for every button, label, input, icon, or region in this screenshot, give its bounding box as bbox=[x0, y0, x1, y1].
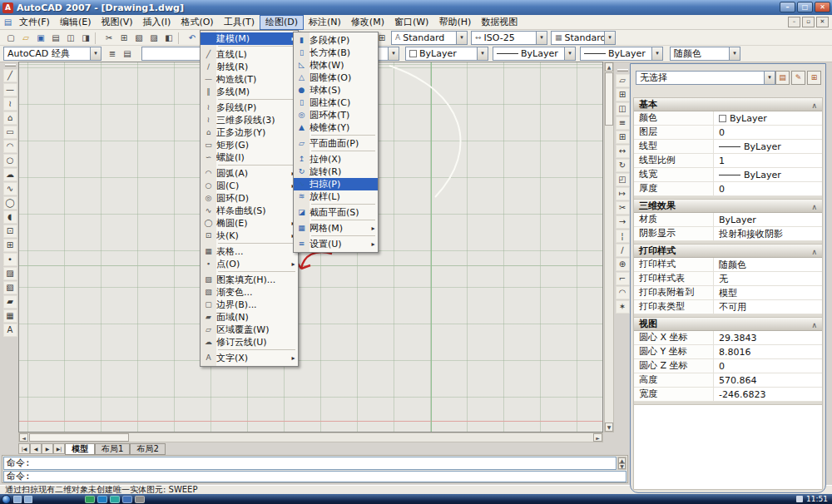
plotstyle-combo[interactable]: 随颜色 ▾ bbox=[670, 47, 740, 61]
extend-button[interactable]: → bbox=[616, 215, 630, 229]
modeling-menu-item[interactable]: ≋放样(L) bbox=[294, 190, 378, 203]
explode-button[interactable]: ✶ bbox=[616, 300, 630, 314]
palette-section-header[interactable]: 打印样式∧ bbox=[634, 245, 822, 258]
select-objects-button[interactable]: ⊞ bbox=[807, 71, 821, 85]
offset-button[interactable]: ≡ bbox=[616, 116, 630, 130]
taskbar-app-button[interactable] bbox=[85, 496, 95, 503]
dropdown-arrow-icon[interactable]: ▾ bbox=[729, 47, 740, 60]
tab-first-icon[interactable]: |◀ bbox=[18, 443, 30, 454]
array-button[interactable]: ⊞ bbox=[616, 131, 630, 144]
break-button[interactable]: ∕ bbox=[616, 244, 630, 257]
pline-button[interactable]: ≀ bbox=[3, 97, 17, 111]
toggle-value-button[interactable]: ▤ bbox=[775, 71, 790, 85]
draw-menu-item[interactable]: ╱直线(L) bbox=[201, 48, 298, 61]
draw-menu-item[interactable]: ∙点(O)▸ bbox=[201, 258, 298, 270]
stretch-button[interactable]: ↦ bbox=[616, 187, 630, 200]
menubar-item[interactable]: 视图(V) bbox=[96, 15, 137, 30]
make-block-button[interactable]: ⊞ bbox=[3, 239, 17, 252]
dropdown-arrow-icon[interactable]: ▾ bbox=[477, 47, 488, 60]
layout-tab[interactable]: 布局2 bbox=[130, 443, 165, 455]
property-value[interactable]: ByLayer bbox=[714, 213, 822, 226]
property-value[interactable]: 29.3843 bbox=[714, 331, 822, 344]
draw-menu-item[interactable]: ▧渐变色... bbox=[201, 286, 298, 299]
dropdown-arrow-icon[interactable]: ▾ bbox=[456, 32, 467, 44]
close-button[interactable]: ✕ bbox=[815, 2, 830, 12]
workspace-combo[interactable]: AutoCAD 经典 ▾ bbox=[3, 47, 102, 61]
join-button[interactable]: ⊕ bbox=[616, 258, 630, 271]
quick-launch-icon[interactable] bbox=[13, 496, 22, 503]
arc-button[interactable]: ◠ bbox=[3, 140, 17, 153]
toolbar-grip[interactable] bbox=[617, 69, 628, 72]
mirror-button[interactable]: ◫ bbox=[616, 102, 630, 116]
start-button[interactable] bbox=[2, 495, 11, 504]
dropdown-arrow-icon[interactable]: ▾ bbox=[564, 47, 575, 60]
lineweight-combo[interactable]: ByLayer ▾ bbox=[580, 47, 663, 61]
xline-button[interactable]: — bbox=[3, 83, 17, 96]
draw-menu-item[interactable]: ∕射线(R) bbox=[201, 61, 298, 73]
command-window[interactable]: 命令: ▲ ▼ 命令: bbox=[2, 455, 628, 483]
modeling-menu-item[interactable]: ∿扫掠(P) bbox=[294, 178, 378, 190]
property-value[interactable]: 投射和接收阴影 bbox=[714, 227, 822, 240]
layer-properties-button[interactable]: ≣ bbox=[105, 47, 120, 61]
rectangle-button[interactable]: ▭ bbox=[3, 126, 17, 139]
menubar-item[interactable]: 修改(M) bbox=[346, 15, 389, 30]
modeling-menu-item[interactable]: ▯圆柱体(C) bbox=[294, 96, 378, 109]
tab-prev-icon[interactable]: ◀ bbox=[30, 443, 42, 454]
mdi-restore-button[interactable]: ▫ bbox=[802, 17, 815, 27]
scrollbar-thumb[interactable] bbox=[605, 72, 613, 126]
taskbar-app-button[interactable] bbox=[122, 496, 132, 503]
menubar-item[interactable]: 格式(O) bbox=[176, 15, 218, 30]
move-button[interactable]: ↔ bbox=[616, 145, 630, 158]
toolbar-grip[interactable] bbox=[5, 64, 16, 67]
draw-menu-item[interactable]: ▰面域(N) bbox=[201, 311, 298, 324]
modeling-menu-item[interactable]: ◎圆环体(T) bbox=[294, 109, 378, 121]
open-button[interactable]: ▱ bbox=[18, 31, 33, 45]
draw-menu-item[interactable]: ∿样条曲线(S) bbox=[201, 205, 298, 217]
draw-menu-item[interactable]: ▦表格... bbox=[201, 245, 298, 258]
horizontal-scrollbar[interactable]: ◄ ► bbox=[18, 432, 603, 442]
property-value[interactable]: 随颜色 bbox=[714, 258, 822, 271]
scroll-down-icon[interactable]: ▼ bbox=[618, 463, 626, 469]
draw-menu-item[interactable]: 建模(M)▸ bbox=[201, 32, 298, 45]
layout-tab[interactable]: 布局1 bbox=[95, 443, 130, 455]
draw-menu-item[interactable]: —构造线(T) bbox=[201, 73, 298, 86]
property-value[interactable]: 0 bbox=[714, 182, 822, 195]
revcloud-button[interactable]: ☁ bbox=[3, 168, 17, 181]
menubar-item[interactable]: 编辑(E) bbox=[55, 15, 97, 30]
undo-button[interactable]: ↶ bbox=[185, 31, 200, 45]
property-value[interactable]: ByLayer bbox=[714, 140, 822, 153]
fillet-button[interactable]: ◠ bbox=[616, 286, 630, 299]
spline-button[interactable]: ∿ bbox=[3, 182, 17, 195]
maximize-button[interactable]: □ bbox=[797, 2, 813, 12]
property-value[interactable]: 8.8016 bbox=[714, 345, 822, 358]
save-button[interactable]: ▣ bbox=[33, 31, 48, 45]
menubar-item[interactable]: 窗口(W) bbox=[389, 15, 433, 30]
break-at-point-button[interactable]: ¦ bbox=[616, 230, 630, 243]
line-button[interactable]: ╱ bbox=[3, 69, 17, 82]
modeling-menu-item[interactable]: ◪截面平面(S) bbox=[294, 206, 378, 219]
circle-button[interactable]: ○ bbox=[3, 154, 17, 167]
scroll-down-icon[interactable]: ▼ bbox=[605, 422, 613, 432]
table-button[interactable]: ▦ bbox=[3, 309, 17, 323]
chamfer-button[interactable]: ⌐ bbox=[616, 272, 630, 285]
ellipse-arc-button[interactable]: ◖ bbox=[3, 210, 17, 224]
dim-style-combo[interactable]: ↔ ISO-25 ▾ bbox=[471, 31, 547, 45]
text-style-combo[interactable]: A Standard ▾ bbox=[391, 31, 468, 45]
modeling-menu-item[interactable]: ↻旋转(R) bbox=[294, 166, 378, 178]
menubar-item[interactable]: 绘图(D) bbox=[260, 15, 304, 30]
dropdown-arrow-icon[interactable]: ▾ bbox=[604, 32, 615, 44]
property-value[interactable]: 1 bbox=[714, 154, 822, 167]
draw-menu-item[interactable]: ○圆(C)▸ bbox=[201, 180, 298, 192]
region-button[interactable]: ▰ bbox=[3, 295, 17, 309]
modeling-menu-item[interactable]: ≡设置(U)▸ bbox=[294, 238, 378, 250]
palette-section-header[interactable]: 基本∧ bbox=[634, 98, 822, 111]
vertical-scrollbar[interactable]: ▲ ▼ bbox=[604, 62, 614, 432]
quick-launch-icon[interactable] bbox=[24, 496, 32, 503]
palette-section-header[interactable]: 视图∧ bbox=[634, 318, 822, 331]
layout-tab[interactable]: 模型 bbox=[65, 443, 95, 455]
copy-button[interactable]: ⊞ bbox=[116, 31, 131, 45]
gradient-button[interactable]: ▧ bbox=[3, 281, 17, 294]
command-input[interactable]: 命令: bbox=[3, 471, 626, 482]
scale-button[interactable]: ◰ bbox=[616, 173, 630, 186]
mtext-button[interactable]: A bbox=[3, 324, 17, 337]
